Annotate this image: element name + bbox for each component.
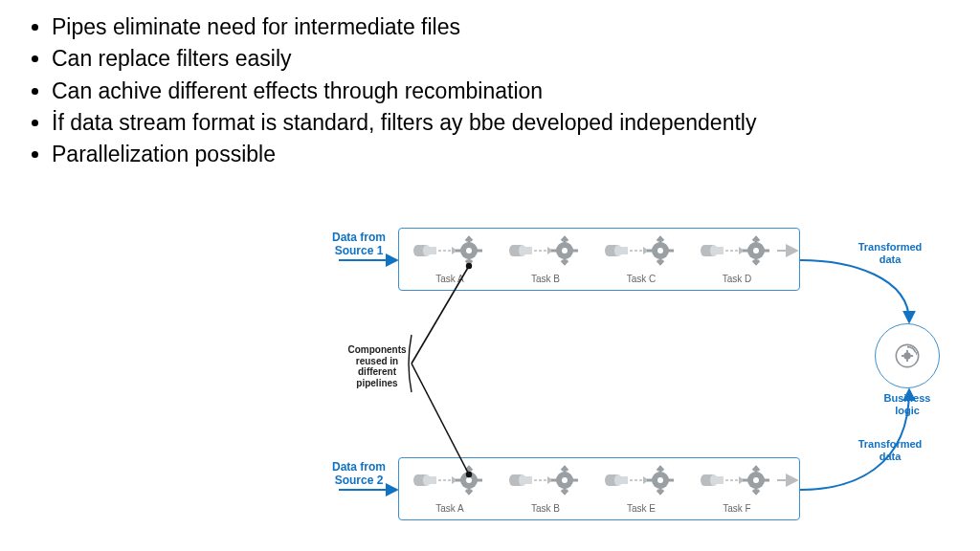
svg-point-14 [466,248,472,253]
task-label: Task B [507,503,584,514]
transformed-data-1-label: Transformeddata [852,241,928,265]
task-label: Task B [507,274,584,284]
pipe-gear-icon [699,233,775,268]
pipeline-diagram: Data fromSource 1 Data fromSource 2 Tran… [316,220,976,545]
svg-rect-129 [743,479,748,482]
svg-rect-58 [714,247,724,254]
pipeline-2-task-f: Task F [699,463,775,514]
svg-rect-6 [910,355,913,357]
svg-rect-90 [523,476,532,484]
svg-rect-34 [572,250,578,253]
business-logic-circle [875,323,940,388]
svg-point-126 [753,477,759,483]
pipe-gear-icon [603,463,679,497]
svg-rect-114 [668,479,674,482]
svg-rect-50 [668,250,674,253]
svg-point-110 [657,477,663,483]
task-label: Task C [603,274,679,284]
svg-rect-5 [902,355,904,357]
svg-point-2 [903,352,910,359]
svg-rect-42 [618,247,628,254]
task-label: Task E [603,503,679,514]
svg-rect-98 [572,479,578,482]
pipe-gear-icon [603,233,679,268]
svg-rect-4 [906,359,908,362]
svg-rect-66 [764,250,769,253]
task-label: Task A [412,503,488,514]
svg-rect-130 [764,479,769,482]
pipeline-2-task-b: Task B [507,463,584,514]
svg-rect-10 [427,247,436,254]
bullet-item: Can replace filters easily [52,43,764,75]
refresh-gear-icon [894,342,921,369]
pipe-gear-icon [507,463,584,497]
svg-rect-65 [743,250,748,253]
bullet-item: Can achive different effects through rec… [52,76,764,107]
svg-rect-82 [477,479,482,482]
pipe-gear-icon [412,463,488,497]
svg-rect-26 [523,247,532,254]
svg-rect-3 [906,350,908,353]
svg-rect-113 [647,479,653,482]
svg-rect-18 [477,250,482,253]
task-label: Task A [412,274,488,284]
pipeline-1-task-d: Task D [699,233,775,284]
bullet-item: Pipes eliminate need for intermediate fi… [52,11,764,43]
reuse-label: Componentsreused indifferentpipelines [343,344,412,388]
svg-rect-122 [714,476,724,484]
business-logic-label: Businesslogic [875,392,940,416]
pipeline-1-task-a: Task A [412,233,488,284]
svg-point-62 [753,248,759,253]
svg-point-94 [562,477,568,483]
bullet-list: Pipes eliminate need for intermediate fi… [36,11,764,171]
slide: Pipes eliminate need for intermediate fi… [0,0,980,551]
task-label: Task F [699,503,775,514]
source-2-label: Data fromSource 2 [325,461,392,488]
svg-rect-33 [551,250,557,253]
pipeline-1-task-b: Task B [507,233,584,284]
svg-rect-17 [456,250,461,253]
pipeline-1-task-c: Task C [603,233,679,284]
svg-rect-49 [647,250,653,253]
pipeline-2-task-e: Task E [603,463,679,514]
bullet-item: İf data stream format is standard, filte… [52,107,764,139]
svg-rect-81 [456,479,461,482]
svg-point-78 [466,477,472,483]
svg-rect-97 [551,479,557,482]
svg-point-30 [562,248,568,253]
pipe-gear-icon [699,463,775,497]
pipe-gear-icon [507,233,584,268]
svg-rect-74 [427,476,436,484]
transformed-data-2-label: Transformeddata [852,438,928,462]
source-1-label: Data fromSource 1 [325,231,392,258]
bullet-item: Parallelization possible [52,139,764,170]
pipe-gear-icon [412,233,488,268]
pipeline-2-task-a: Task A [412,463,488,514]
svg-rect-106 [618,476,628,484]
svg-point-46 [657,248,663,253]
task-label: Task D [699,274,775,284]
